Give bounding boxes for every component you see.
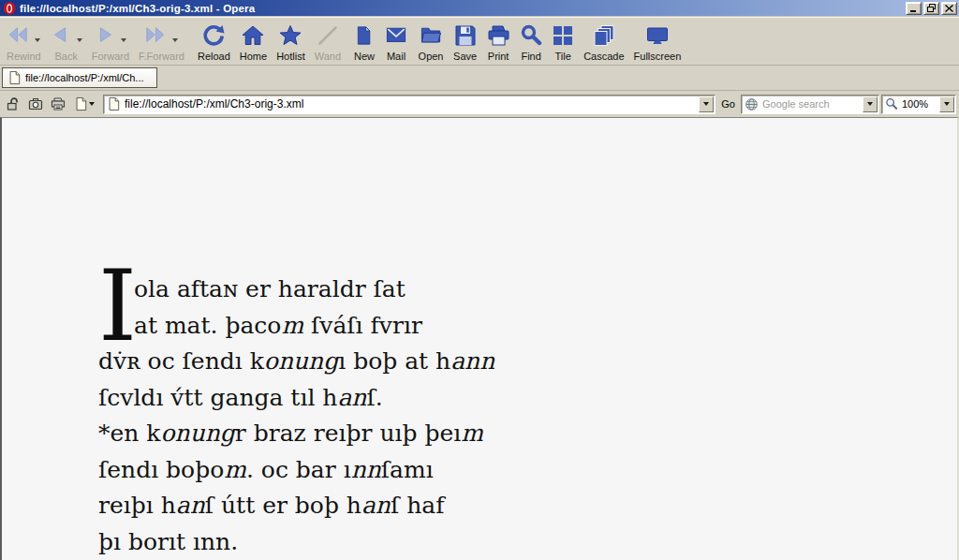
find-icon (520, 24, 542, 47)
text-line-2: at mat. þacom ſváſı fvrır (134, 308, 494, 345)
document-menu-button[interactable] (70, 94, 98, 114)
manuscript-text: I ola aftaɴ er haraldr ſatat mat. þacom … (98, 272, 494, 560)
dropcap-initial: I (98, 258, 137, 355)
close-button[interactable] (941, 2, 957, 15)
mail-icon (384, 25, 408, 46)
zoom-dropdown-button[interactable] (939, 96, 954, 112)
toolbar-button-save[interactable]: Save (449, 19, 481, 65)
toolbar-button-label: Fullscreen (634, 51, 682, 62)
toolbar-button-f-forward: F.Forward (134, 19, 189, 65)
globe-icon (745, 97, 759, 111)
toolbar-button-label: Reload (198, 51, 230, 62)
images-toggle-button[interactable] (25, 94, 46, 114)
titlebar[interactable]: file://localhost/P:/xml/Ch3-orig-3.xml -… (0, 0, 959, 17)
toolbar-button-tile[interactable]: Tile (547, 19, 579, 65)
fforward-icon (144, 25, 167, 46)
text-line-1: ola aftaɴ er haraldr ſat (134, 272, 494, 308)
toolbar-button-label: Find (521, 51, 540, 62)
tabbar: file://localhost/P:/xml/Ch... (0, 66, 959, 91)
toolbar-button-find[interactable]: Find (515, 19, 547, 65)
toolbar-button-label: Back (54, 51, 77, 62)
wand-icon (317, 24, 339, 47)
opera-logo-icon (3, 2, 16, 15)
hotlist-icon (278, 24, 302, 47)
text-line-5: *en konungr braz reıþr uıþ þeım (98, 416, 494, 452)
text-line-6: ſendı boþom. oc bar ınnſamı (98, 452, 494, 489)
minimize-icon (909, 5, 918, 12)
toolbar-button-label: Save (453, 51, 477, 62)
toolbar-button-label: Cascade (583, 51, 624, 62)
document-icon (74, 96, 87, 111)
search-placeholder[interactable]: Google search (762, 98, 858, 110)
toolbar-button-label: Forward (92, 51, 129, 62)
zoom-value[interactable]: 100% (902, 98, 936, 110)
content-area: I ola aftaɴ er haraldr ſatat mat. þacom … (0, 117, 959, 560)
magnifier-icon (885, 97, 899, 111)
toolbar-button-label: Mail (387, 51, 406, 62)
zoom-control[interactable]: 100% (881, 95, 956, 114)
addressbar: file://localhost/P:/xml/Ch3-orig-3.xml G… (0, 91, 959, 117)
go-button[interactable]: Go (717, 95, 739, 114)
toolbar-button-hotlist[interactable]: Hotlist (272, 19, 310, 65)
restore-button[interactable] (923, 2, 939, 15)
document-icon (7, 70, 21, 85)
toolbar-button-label: Home (240, 51, 267, 62)
security-unlock-button[interactable] (3, 94, 23, 114)
toolbar-button-open[interactable]: Open (413, 19, 449, 65)
print-page-button[interactable] (48, 94, 68, 114)
reload-icon (201, 24, 226, 47)
toolbar-button-forward: Forward (87, 19, 134, 65)
toolbar-button-back: Back (46, 19, 87, 65)
back-icon (51, 25, 71, 46)
dropdown-arrow-icon[interactable] (35, 38, 40, 42)
dropdown-arrow-icon[interactable] (172, 38, 178, 42)
toolbar-button-label: Open (419, 51, 444, 62)
toolbar-button-fullscreen[interactable]: Fullscreen (629, 19, 686, 65)
toolbar-button-label: New (354, 51, 375, 62)
toolbar-button-new[interactable]: New (349, 19, 379, 65)
url-text[interactable]: file://localhost/P:/xml/Ch3-orig-3.xml (125, 97, 693, 111)
toolbar-button-label: Hotlist (276, 51, 305, 62)
tile-icon (552, 24, 574, 47)
camera-icon (28, 96, 43, 111)
search-field[interactable]: Google search (741, 95, 879, 114)
minimize-button[interactable] (906, 2, 922, 15)
close-icon (945, 5, 953, 12)
toolbar-button-cascade[interactable]: Cascade (579, 19, 628, 65)
address-dropdown-button[interactable] (699, 96, 714, 112)
window-controls (906, 2, 957, 15)
text-line-7: reıþı hanſ útt er boþ hanſ haf (98, 488, 494, 524)
home-icon (241, 24, 265, 47)
tab-label: file://localhost/P:/xml/Ch... (25, 72, 144, 83)
search-dropdown-button[interactable] (863, 96, 878, 112)
toolbar-button-label: Wand (315, 51, 341, 62)
toolbar-button-home[interactable]: Home (235, 19, 272, 65)
save-icon (454, 24, 477, 47)
cascade-icon (592, 24, 616, 47)
chevron-down-icon (703, 102, 709, 106)
new-icon (355, 24, 374, 47)
text-line-4: ſcvldı v́tt ganga tıl hanſ. (98, 380, 494, 417)
opera-window: file://localhost/P:/xml/Ch3-orig-3.xml -… (0, 0, 959, 560)
unlock-icon (6, 96, 21, 111)
toolbar-button-mail[interactable]: Mail (379, 19, 413, 65)
text-line-3: dv̇ʀ oc ſendı konungı boþ at hann (98, 344, 494, 380)
toolbar-button-label: Print (488, 51, 509, 62)
toolbar-button-wand: Wand (310, 19, 346, 65)
tab-current[interactable]: file://localhost/P:/xml/Ch... (2, 67, 157, 88)
print-icon (486, 24, 510, 47)
printer-small-icon (51, 96, 66, 111)
document-icon (107, 96, 120, 111)
chevron-down-icon (944, 102, 950, 106)
restore-icon (927, 4, 936, 12)
toolbar-button-reload[interactable]: Reload (193, 19, 235, 65)
toolbar-button-label: Tile (554, 51, 570, 62)
chevron-down-icon (867, 102, 873, 106)
dropdown-arrow-icon[interactable] (77, 38, 82, 42)
address-field[interactable]: file://localhost/P:/xml/Ch3-orig-3.xml (103, 95, 716, 114)
toolbar-button-print[interactable]: Print (481, 19, 515, 65)
rewind-icon (7, 25, 29, 46)
dropdown-arrow-icon[interactable] (121, 38, 126, 42)
text-lines: ola aftaɴ er haraldr ſatat mat. þacom ſv… (98, 272, 494, 560)
window-title: file://localhost/P:/xml/Ch3-orig-3.xml -… (20, 3, 906, 14)
